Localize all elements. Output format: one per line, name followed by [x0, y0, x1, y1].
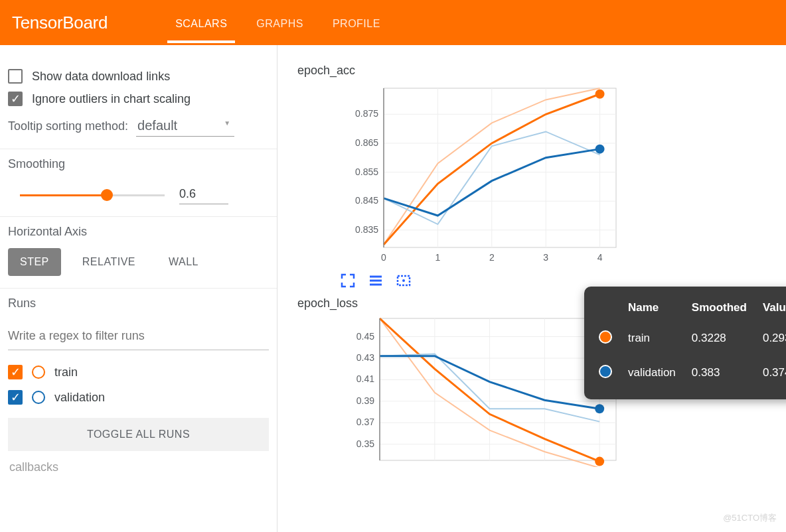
svg-point-48 [595, 404, 604, 413]
watermark: @51CTO博客 [723, 512, 777, 524]
chart-epoch-acc[interactable]: 0.8350.8450.8550.8650.87501234 [345, 82, 766, 267]
svg-point-22 [595, 145, 605, 154]
axis-btn-wall[interactable]: WALL [157, 248, 210, 276]
smoothing-value-input[interactable] [179, 186, 228, 204]
axis-btn-step[interactable]: STEP [8, 248, 61, 276]
content-area: epoch_acc 0.8350.8450.8550.8650.87501234… [277, 45, 786, 532]
axis-btn-relative[interactable]: RELATIVE [70, 248, 147, 276]
svg-point-21 [595, 90, 605, 99]
run-label-train: train [54, 366, 78, 379]
app-header: TensorBoard SCALARS GRAPHS PROFILE [0, 0, 786, 45]
svg-text:0.45: 0.45 [356, 331, 374, 342]
toggle-all-runs-button[interactable]: TOGGLE ALL RUNS [8, 418, 269, 451]
tab-scalars[interactable]: SCALARS [161, 2, 242, 43]
runs-footer: callbacks [8, 451, 269, 484]
smoothing-slider[interactable] [20, 194, 165, 196]
checkbox-run-validation[interactable]: ✓ [8, 390, 23, 405]
svg-text:2: 2 [489, 252, 495, 263]
label-runs: Runs [8, 297, 269, 310]
svg-text:4: 4 [597, 252, 603, 263]
svg-text:0.35: 0.35 [356, 438, 374, 449]
svg-text:0.835: 0.835 [355, 224, 378, 235]
svg-point-28 [402, 279, 405, 282]
select-tooltip-sort[interactable]: default [136, 117, 234, 137]
list-icon[interactable] [368, 273, 384, 289]
svg-text:0.37: 0.37 [356, 417, 374, 427]
radio-run-validation[interactable] [32, 391, 45, 404]
label-show-download: Show data download links [32, 70, 170, 84]
svg-text:0.41: 0.41 [356, 373, 374, 384]
label-horizontal-axis: Horizontal Axis [8, 225, 269, 239]
app-logo: TensorBoard [12, 13, 108, 33]
tab-graphs[interactable]: GRAPHS [242, 2, 318, 43]
runs-filter-input[interactable] [8, 325, 269, 350]
tooltip-row-train: train 0.3228 0.2933 4 Fri Feb 7, 10:22:2… [584, 321, 786, 356]
dot-train [599, 330, 612, 344]
run-label-validation: validation [54, 391, 105, 405]
svg-text:0.845: 0.845 [355, 195, 378, 206]
label-ignore-outliers: Ignore outliers in chart scaling [32, 92, 191, 106]
checkbox-run-train[interactable]: ✓ [8, 365, 23, 379]
svg-rect-29 [380, 318, 616, 460]
svg-text:1: 1 [435, 252, 440, 263]
tooltip-header-row: Name Smoothed Value Step Time Relative [584, 299, 786, 321]
chart-title-acc: epoch_acc [297, 64, 766, 78]
fullscreen-icon[interactable] [396, 273, 412, 289]
svg-text:0.39: 0.39 [356, 395, 374, 406]
sidebar: Show data download links ✓ Ignore outlie… [0, 45, 277, 532]
svg-text:0.43: 0.43 [356, 352, 374, 363]
dot-validation [599, 365, 612, 378]
svg-text:0: 0 [381, 252, 386, 263]
svg-text:0.865: 0.865 [355, 137, 378, 148]
svg-text:0.875: 0.875 [355, 108, 378, 119]
svg-rect-0 [384, 88, 616, 247]
tab-profile[interactable]: PROFILE [318, 2, 395, 43]
radio-run-train[interactable] [32, 366, 45, 379]
nav-tabs: SCALARS GRAPHS PROFILE [161, 2, 395, 43]
svg-point-47 [595, 457, 604, 466]
svg-text:3: 3 [543, 252, 548, 263]
label-tooltip-sort: Tooltip sorting method: [8, 119, 128, 133]
slider-thumb[interactable] [101, 189, 113, 201]
tooltip-row-validation: validation 0.383 0.3743 4 Fri Feb 7, 10:… [584, 356, 786, 390]
label-smoothing: Smoothing [8, 157, 269, 171]
checkbox-show-download[interactable] [8, 69, 23, 84]
expand-icon[interactable] [340, 273, 356, 289]
checkbox-ignore-outliers[interactable]: ✓ [8, 92, 23, 106]
svg-text:0.855: 0.855 [355, 166, 378, 177]
chart-tooltip: Name Smoothed Value Step Time Relative t… [584, 287, 786, 399]
